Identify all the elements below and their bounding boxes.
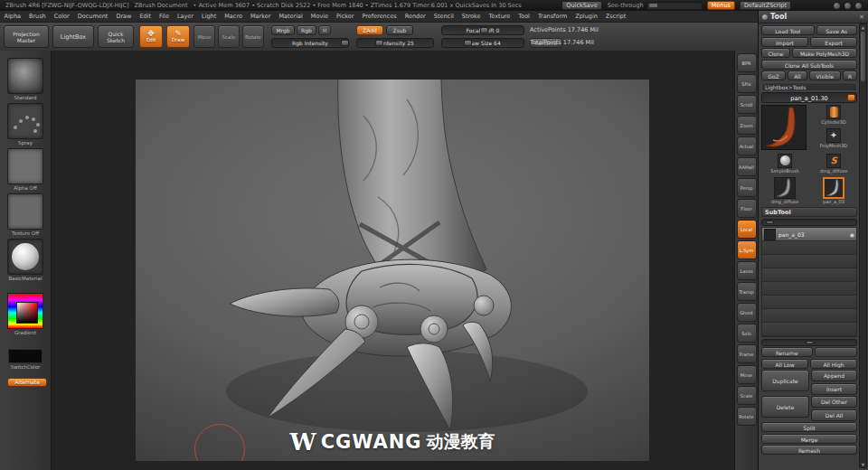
append-button[interactable]: Append xyxy=(811,370,857,381)
duplicate-button[interactable]: Duplicate xyxy=(761,370,809,391)
minimize-icon[interactable] xyxy=(833,2,841,10)
save-as-button[interactable]: Save As xyxy=(816,25,857,35)
menus-toggle-button[interactable]: Menus xyxy=(707,1,735,10)
scale-mode-button[interactable]: Scale xyxy=(218,25,240,48)
active-tool-thumbnail[interactable] xyxy=(761,105,807,150)
make-polymesh3d-button[interactable]: Make PolyMesh3D xyxy=(792,48,857,58)
mrgb-button[interactable]: Mrgb xyxy=(271,25,295,35)
del-other-button[interactable]: Del Other xyxy=(811,396,857,408)
solo-button[interactable]: Solo xyxy=(737,324,757,343)
goz-all-button[interactable]: All xyxy=(788,70,807,80)
goz-button[interactable]: GoZ xyxy=(761,70,786,80)
subtool-row[interactable] xyxy=(762,268,856,282)
subtool-scroll-slider[interactable] xyxy=(761,339,857,346)
move-mode-button[interactable]: Move xyxy=(193,25,215,48)
menu-item-render[interactable]: Render xyxy=(401,13,429,20)
zadd-button[interactable]: ZAdd xyxy=(356,25,383,35)
current-stroke-thumbnail[interactable] xyxy=(7,103,43,139)
split-button[interactable]: Split xyxy=(761,422,857,432)
subtool-row[interactable] xyxy=(762,296,856,309)
menu-item-zplugin[interactable]: Zplugin xyxy=(571,13,602,20)
rgb-intensity-slider[interactable]: Rgb Intensity xyxy=(271,38,349,48)
color-picker[interactable] xyxy=(7,293,43,329)
subtool-rename-button[interactable]: Rename xyxy=(761,347,813,357)
restore-icon[interactable] xyxy=(844,2,852,10)
subtool-slider[interactable] xyxy=(761,219,857,226)
quicksave-button[interactable]: QuickSave xyxy=(561,1,601,10)
menu-item-marker[interactable]: Marker xyxy=(246,13,274,20)
import-button[interactable]: Import xyxy=(761,37,808,47)
subtool-row[interactable] xyxy=(762,309,856,323)
projection-master-button[interactable]: Projection Master xyxy=(4,25,49,48)
rotate-mode-button[interactable]: Rotate xyxy=(242,25,264,48)
menu-item-color[interactable]: Color xyxy=(50,13,73,20)
seethrough-handle[interactable] xyxy=(649,4,657,7)
close-icon[interactable] xyxy=(854,2,863,10)
scroll-button[interactable]: Scroll xyxy=(737,95,757,114)
subtool-scroll-handle[interactable] xyxy=(806,341,814,344)
zoom-button[interactable]: Zoom xyxy=(737,116,757,135)
tool-name-handle[interactable] xyxy=(847,94,855,101)
tool-thumb-simplebrush[interactable]: SimpleBrush xyxy=(761,154,808,174)
subtool-row[interactable] xyxy=(762,241,856,255)
focal-shift-slider[interactable]: Focal Shift 0 xyxy=(441,25,524,35)
spix-button[interactable]: SPix xyxy=(737,74,757,93)
draw-mode-button[interactable]: ✎ Draw xyxy=(166,25,190,48)
zsub-button[interactable]: Zsub xyxy=(386,25,413,35)
clone-button[interactable]: Clone xyxy=(761,48,790,58)
quick-sketch-button[interactable]: Quick Sketch xyxy=(98,25,134,48)
rgb-button[interactable]: Rgb xyxy=(297,25,316,35)
current-brush-thumbnail[interactable] xyxy=(7,58,43,94)
transp-button[interactable]: Transp xyxy=(737,282,757,301)
scroll-up-icon[interactable]: ▲ xyxy=(860,24,866,30)
menu-item-layer[interactable]: Layer xyxy=(173,13,197,20)
menu-item-tool[interactable]: Tool xyxy=(514,13,534,20)
z-intensity-slider[interactable]: Z Intensity 25 xyxy=(356,38,434,48)
menu-item-macro[interactable]: Macro xyxy=(221,13,247,20)
menu-item-edit[interactable]: Edit xyxy=(136,13,156,20)
tool-thumb-polymesh3d[interactable]: ✦ PolyMesh3D xyxy=(810,128,857,148)
scale3d-button[interactable]: Scale xyxy=(737,386,757,405)
menu-item-transform[interactable]: Transform xyxy=(533,13,571,20)
menu-item-light[interactable]: Light xyxy=(198,13,221,20)
current-material-thumbnail[interactable] xyxy=(7,239,43,275)
z-intensity-handle[interactable] xyxy=(375,40,383,46)
ghost-button[interactable]: Ghost xyxy=(737,303,757,322)
scrollbar-handle[interactable] xyxy=(861,32,865,81)
move3d-button[interactable]: Move xyxy=(737,365,757,384)
menu-item-zscript[interactable]: Zscript xyxy=(601,13,630,20)
alternate-button[interactable]: Alternate xyxy=(7,378,47,387)
subtool-extra-button[interactable] xyxy=(815,347,857,357)
tool-thumb-claw-gray[interactable]: dmg_diffuse xyxy=(761,177,808,204)
current-texture-thumbnail[interactable] xyxy=(7,193,43,230)
subtool-row[interactable] xyxy=(762,282,856,296)
lasso-button[interactable]: Lasso xyxy=(737,261,757,280)
all-high-button[interactable]: All High xyxy=(810,359,857,369)
lsym-button[interactable]: L.Sym xyxy=(737,240,757,259)
menu-item-draw[interactable]: Draw xyxy=(112,13,136,20)
subtool-row[interactable] xyxy=(762,255,856,268)
bpr-button[interactable]: BPR xyxy=(737,53,757,72)
aahalf-button[interactable]: AAHalf xyxy=(737,157,757,176)
subtool-section-header[interactable]: SubTool xyxy=(761,207,857,217)
edit-mode-button[interactable]: ✥ Edit xyxy=(139,25,163,48)
del-all-button[interactable]: Del All xyxy=(811,409,857,421)
tool-thumb-dmg-diffuse[interactable]: S dmg_diffuse xyxy=(810,154,857,174)
menu-item-texture[interactable]: Texture xyxy=(485,13,514,20)
subtool-slider-handle[interactable] xyxy=(766,221,774,224)
export-button[interactable]: Export xyxy=(810,37,857,47)
tool-panel-scrollbar[interactable]: ▲ ▼ xyxy=(859,24,867,468)
insert-button[interactable]: Insert xyxy=(811,383,857,395)
color-sv-box[interactable] xyxy=(16,302,38,324)
draw-size-slider[interactable]: Draw Size 64 xyxy=(441,38,524,48)
delete-button[interactable]: Delete xyxy=(761,396,809,418)
goz-visible-button[interactable]: Visible xyxy=(809,70,841,80)
load-tool-button[interactable]: Load Tool xyxy=(761,25,815,35)
tool-thumb-claw-selected[interactable]: pan_a_03 xyxy=(810,177,857,204)
sculpt-document[interactable]: W CGWANG 动漫教育 xyxy=(136,80,649,461)
menu-item-brush[interactable]: Brush xyxy=(24,13,50,20)
subtool-row[interactable] xyxy=(762,323,856,336)
tool-name-slider[interactable]: pan_a_01.30 xyxy=(761,92,857,103)
menu-item-file[interactable]: File xyxy=(156,13,174,20)
floor-button[interactable]: Floor xyxy=(737,199,757,218)
